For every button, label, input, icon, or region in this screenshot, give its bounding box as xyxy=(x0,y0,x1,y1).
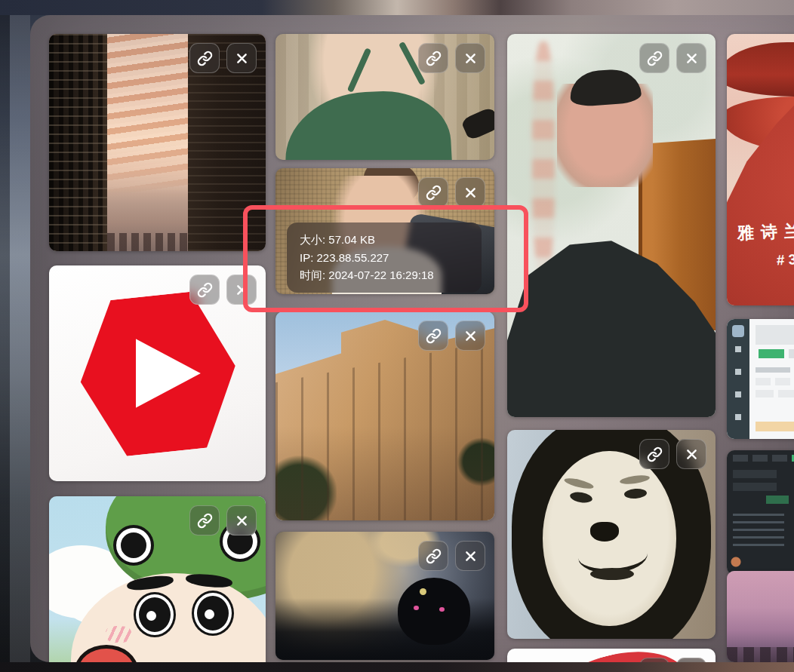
page: { "tooltip": { "size": "大小: 57.04 KB", "… xyxy=(0,0,794,672)
copy-link-button[interactable] xyxy=(418,43,448,73)
copy-link-button[interactable] xyxy=(189,275,220,305)
gallery-card-villa-house[interactable] xyxy=(275,311,494,520)
city-haze-shape xyxy=(107,186,187,251)
app-sidebar-shape xyxy=(727,319,749,439)
gallery-panel: 大小: 57.04 KB IP: 223.88.55.227 时间: 2024-… xyxy=(30,15,794,662)
card-actions xyxy=(639,43,706,73)
delete-button[interactable] xyxy=(455,177,485,207)
jacket-shape xyxy=(507,34,716,417)
link-icon xyxy=(647,446,663,462)
close-icon xyxy=(235,283,249,297)
card-actions xyxy=(418,43,485,73)
screenshot-light-app xyxy=(727,319,794,439)
link-icon xyxy=(647,51,663,66)
screenshot-dark-app xyxy=(727,450,794,575)
pink-dusk-photo xyxy=(727,571,794,662)
image-info-tooltip: 大小: 57.04 KB IP: 223.88.55.227 时间: 2024-… xyxy=(287,222,482,293)
gallery-card-pink-dusk[interactable] xyxy=(727,571,794,662)
frog-eye-shape xyxy=(116,528,151,563)
link-icon xyxy=(197,51,213,66)
delete-button[interactable] xyxy=(455,541,485,571)
gallery-card-partial-logo[interactable] xyxy=(507,649,716,662)
gallery-card-shinchan[interactable] xyxy=(49,496,266,662)
app-content-shape xyxy=(749,319,794,439)
tree-shape xyxy=(275,453,337,520)
gallery-card-dark-app[interactable] xyxy=(727,450,794,575)
delete-button[interactable] xyxy=(226,275,257,305)
black-cat-shape xyxy=(398,578,470,644)
delete-button[interactable] xyxy=(676,43,706,73)
lips-shade-text: #333 xyxy=(776,250,794,268)
gallery-card-portrait-man[interactable] xyxy=(507,34,716,417)
card-actions xyxy=(189,275,257,305)
delete-button[interactable] xyxy=(226,43,257,73)
tree-shape xyxy=(457,437,494,486)
close-icon xyxy=(463,549,478,563)
gallery-card-sunset-city[interactable] xyxy=(49,34,266,251)
delete-button[interactable] xyxy=(455,43,485,73)
background-top-strip xyxy=(0,0,794,15)
red-lips-photo: 雅诗兰 #333 xyxy=(727,34,794,305)
copy-link-button[interactable] xyxy=(189,43,220,73)
link-icon xyxy=(426,185,442,201)
object-shape xyxy=(460,106,494,140)
close-icon xyxy=(463,51,478,66)
card-actions xyxy=(418,541,485,571)
copy-link-button[interactable] xyxy=(189,505,220,535)
copy-link-button[interactable] xyxy=(418,177,448,207)
close-icon xyxy=(685,447,699,462)
background-bottom-strip xyxy=(0,662,794,672)
delete-button[interactable] xyxy=(455,321,485,351)
delete-button[interactable] xyxy=(676,439,706,469)
close-icon xyxy=(235,51,249,66)
close-icon xyxy=(463,186,478,200)
eye-shape xyxy=(136,594,174,635)
portrait-man-photo xyxy=(507,34,716,417)
delete-button[interactable] xyxy=(226,505,257,535)
gallery-card-woman-chair[interactable]: 大小: 57.04 KB IP: 223.88.55.227 时间: 2024-… xyxy=(275,168,494,294)
card-actions xyxy=(639,439,706,469)
card-actions xyxy=(418,321,485,351)
copy-link-button[interactable] xyxy=(639,439,669,469)
copy-link-button[interactable] xyxy=(418,541,448,571)
close-icon xyxy=(235,514,249,528)
eye-shape xyxy=(194,593,232,634)
jaw-shape xyxy=(590,568,634,580)
blush-shape xyxy=(106,626,131,643)
tooltip-size: 大小: 57.04 KB xyxy=(300,231,469,249)
gallery-card-light-app[interactable] xyxy=(727,319,794,439)
card-actions xyxy=(189,43,257,73)
copy-link-button[interactable] xyxy=(639,43,669,73)
card-actions xyxy=(418,177,485,207)
copy-link-button[interactable] xyxy=(418,321,448,351)
close-icon xyxy=(463,329,478,343)
link-icon xyxy=(426,548,442,564)
upper-lip-shape xyxy=(727,42,794,97)
close-icon xyxy=(685,51,699,66)
card-actions xyxy=(189,505,257,535)
building-left-shape xyxy=(49,34,107,251)
gallery-card-anime-girl[interactable] xyxy=(275,532,494,660)
sunset-clouds-shape xyxy=(106,34,190,195)
link-icon xyxy=(197,513,213,529)
link-icon xyxy=(426,328,442,344)
link-icon xyxy=(197,282,213,298)
link-icon xyxy=(426,51,442,66)
tooltip-ip: IP: 223.88.55.227 xyxy=(300,249,469,267)
gallery-card-husky[interactable] xyxy=(507,430,716,639)
lips-brand-text: 雅诗兰 xyxy=(737,219,794,244)
gallery-card-red-lips[interactable]: 雅诗兰 #333 xyxy=(727,34,794,305)
gallery-card-green-camisole[interactable] xyxy=(275,34,494,160)
tooltip-time: 时间: 2024-07-22 16:29:18 xyxy=(300,266,469,284)
gallery-card-play-logo[interactable] xyxy=(49,265,266,481)
